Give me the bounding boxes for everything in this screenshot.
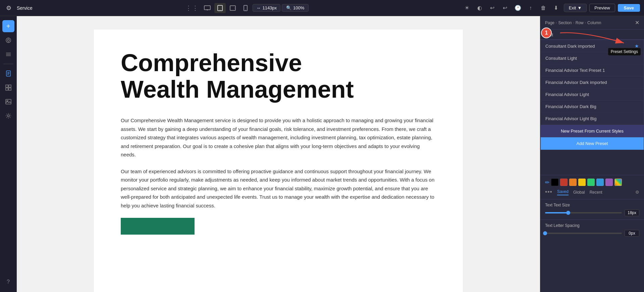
color-swatch-black[interactable] <box>551 179 558 186</box>
preset-item-label: Consultant Dark imported <box>545 44 595 49</box>
save-button[interactable]: Save <box>618 4 640 12</box>
download-icon[interactable]: ⬇ <box>551 3 561 13</box>
preset-item-fa-dark-big[interactable]: Financial Advisor Dark Big <box>541 101 644 113</box>
exit-label: Exit <box>569 5 576 10</box>
color-settings-icon[interactable]: ⚙ <box>635 190 639 195</box>
text-size-value[interactable]: 18px <box>625 209 639 216</box>
tablet-view-btn[interactable] <box>214 3 226 13</box>
letter-spacing-section: Text Letter Spacing 0px <box>540 220 644 240</box>
preset-item-label: Financial Advisor Text Preset 1 <box>545 68 605 73</box>
preset-item-consultant-dark[interactable]: Consultant Dark imported ★ <box>541 40 644 52</box>
breadcrumb-row[interactable]: Row <box>576 20 584 25</box>
preset-section: ✓ Text Default Preset ⚙ ⎋ ⧉ ★ Based on:C… <box>540 40 644 61</box>
media-icon[interactable] <box>2 96 14 108</box>
zoom-display[interactable]: 🔍 100% <box>282 4 309 12</box>
toolbar-center: ⋮⋮ ↔ 1143px 🔍 100% <box>185 3 309 13</box>
page-heading: ComprehensiveWealth Management <box>121 50 436 103</box>
color-swatch-blue[interactable] <box>596 179 604 186</box>
panel-header: Text <box>540 30 644 40</box>
help-icon[interactable]: ? <box>2 276 14 288</box>
mobile-view-btn[interactable] <box>240 3 251 13</box>
preset-item-fa-dark-imported[interactable]: Financial Advisor Dark imported <box>541 77 644 89</box>
more-dots[interactable]: ••• <box>545 189 552 196</box>
undo-icon[interactable]: ↩ <box>500 3 510 13</box>
color-tab-saved[interactable]: Saved <box>557 189 569 195</box>
sun-icon[interactable]: ☀ <box>462 3 472 13</box>
page-content: ComprehensiveWealth Management Our Compr… <box>94 30 463 292</box>
svg-rect-0 <box>204 6 210 10</box>
preset-item-label: Financial Advisor Light <box>545 92 589 97</box>
color-swatch-purple[interactable] <box>605 179 613 186</box>
layers-icon[interactable] <box>2 48 14 60</box>
preset-item-label: Financial Advisor Dark imported <box>545 80 607 85</box>
letter-spacing-value[interactable]: 0px <box>625 230 639 237</box>
new-preset-button[interactable]: New Preset From Current Styles <box>541 125 644 137</box>
paragraph-1: Our Comprehensive Wealth Management serv… <box>121 116 436 159</box>
canvas-area[interactable]: ComprehensiveWealth Management Our Compr… <box>17 16 540 292</box>
delete-icon[interactable]: 🗑 <box>538 3 548 13</box>
svg-rect-22 <box>6 88 8 90</box>
desktop-view-btn[interactable] <box>202 3 213 13</box>
preset-item-label: Consultant Light <box>545 56 577 61</box>
cta-bar[interactable] <box>121 218 195 235</box>
more-options-icon[interactable]: ⋮⋮ <box>185 4 199 12</box>
preview-button[interactable]: Preview <box>589 4 615 12</box>
letter-spacing-thumb[interactable] <box>543 231 547 235</box>
px-value: 1143px <box>262 5 277 10</box>
text-size-thumb[interactable] <box>566 211 570 215</box>
breadcrumb: Page › Section › Row › Column ✕ <box>540 16 644 30</box>
left-sidebar: + ? <box>0 16 17 292</box>
exit-chevron: ▼ <box>577 5 582 10</box>
add-new-preset-button[interactable]: Add New Preset <box>541 137 644 150</box>
gear-icon[interactable]: ⚙ <box>4 3 13 13</box>
text-size-label: Text Text Size <box>545 203 639 207</box>
letter-spacing-row: 0px <box>545 230 639 237</box>
color-tabs: ••• Saved Global Recent ⚙ <box>545 189 639 196</box>
preset-item-fa-light[interactable]: Financial Advisor Light <box>541 89 644 101</box>
components-icon[interactable] <box>2 82 14 94</box>
color-swatch-multi[interactable] <box>614 179 622 186</box>
breadcrumb-page[interactable]: Page <box>545 20 554 25</box>
svg-rect-21 <box>9 85 11 87</box>
preset-item-consultant-light[interactable]: Consultant Light <box>541 52 644 64</box>
publish-icon[interactable]: ↑ <box>526 3 536 13</box>
color-swatch-red[interactable] <box>560 179 568 186</box>
color-swatch-orange[interactable] <box>569 179 577 186</box>
preset-dropdown: Consultant Dark imported ★ Consultant Li… <box>540 40 644 150</box>
pages-icon[interactable] <box>2 67 14 80</box>
color-swatch-yellow[interactable] <box>578 179 586 186</box>
color-tab-global[interactable]: Global <box>573 190 585 195</box>
paragraph-2: Our team of experienced advisors is comm… <box>121 167 436 210</box>
svg-point-4 <box>220 10 221 10</box>
color-swatches: ✏ <box>545 179 639 186</box>
breadcrumb-section[interactable]: Section <box>558 20 572 25</box>
star-icon[interactable]: ★ <box>635 43 639 49</box>
color-pencil-icon[interactable]: ✏ <box>545 179 549 186</box>
letter-spacing-label: Text Letter Spacing <box>545 223 639 228</box>
svg-point-26 <box>7 115 9 117</box>
add-element-button[interactable]: + <box>2 20 14 32</box>
panel-close-button[interactable]: ✕ <box>635 19 639 26</box>
main-area: + ? ComprehensiveWealth Management Our C… <box>0 16 644 292</box>
letter-spacing-track[interactable] <box>545 233 622 234</box>
px-display[interactable]: ↔ 1143px <box>253 4 280 12</box>
zoom-icon: 🔍 <box>286 5 291 10</box>
navigator-icon[interactable] <box>2 34 14 46</box>
color-tab-recent[interactable]: Recent <box>590 190 602 195</box>
text-size-track[interactable] <box>545 212 622 213</box>
history-icon[interactable]: ↩ <box>487 3 497 13</box>
svg-point-8 <box>246 10 246 10</box>
preset-item-fa-light-big[interactable]: Financial Advisor Light Big <box>541 113 644 125</box>
preset-item-fa-text-preset[interactable]: Financial Advisor Text Preset 1 <box>541 64 644 77</box>
exit-button[interactable]: Exit ▼ <box>564 4 587 12</box>
tablet-landscape-btn[interactable] <box>227 3 238 13</box>
color-swatch-green[interactable] <box>587 179 595 186</box>
moon-icon[interactable]: ◐ <box>475 3 485 13</box>
breadcrumb-sep-3: › <box>585 21 586 25</box>
clock-icon[interactable]: 🕐 <box>513 3 523 13</box>
svg-rect-24 <box>6 99 11 104</box>
breadcrumb-sep-2: › <box>573 21 574 25</box>
annotation-badge: 1 <box>541 28 552 38</box>
settings-icon[interactable] <box>2 110 14 122</box>
breadcrumb-column[interactable]: Column <box>587 20 601 25</box>
